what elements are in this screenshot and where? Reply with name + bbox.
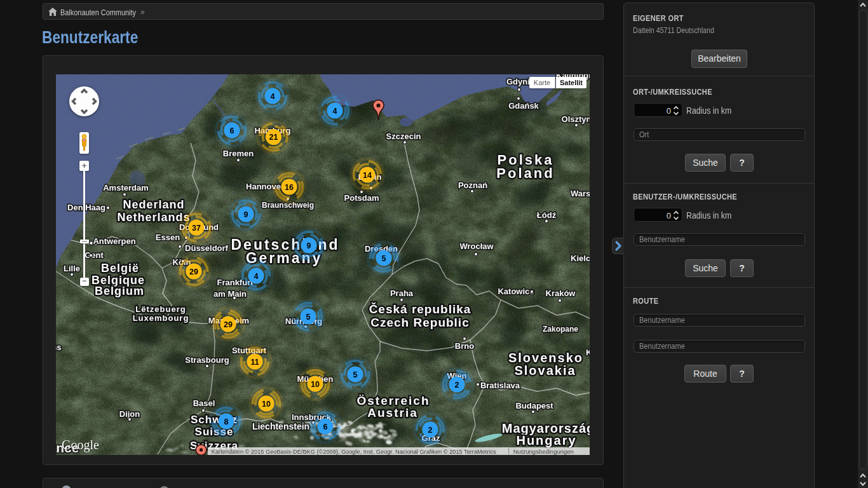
svg-text:Liechtenstein: Liechtenstein — [252, 421, 309, 431]
svg-text:Strasbourg: Strasbourg — [185, 355, 229, 365]
svg-text:21: 21 — [269, 133, 278, 142]
svg-text:11: 11 — [250, 358, 259, 367]
svg-text:Wrocław: Wrocław — [459, 241, 494, 251]
svg-text:29: 29 — [189, 268, 198, 276]
svg-text:4: 4 — [333, 107, 337, 116]
svg-text:Slovensko: Slovensko — [508, 351, 583, 365]
svg-text:Poznań: Poznań — [458, 180, 487, 190]
svg-text:Kielce: Kielce — [571, 254, 590, 263]
svg-text:Düsseldorf: Düsseldorf — [185, 243, 229, 253]
svg-text:Den Haag: Den Haag — [67, 203, 105, 212]
svg-text:8: 8 — [224, 417, 229, 426]
svg-text:Olsztyn: Olsztyn — [562, 114, 590, 124]
svg-text:5: 5 — [353, 370, 358, 379]
svg-text:Gdańsk: Gdańsk — [508, 101, 539, 111]
svg-text:Košice: Košice — [586, 348, 590, 357]
svg-text:Česká republika: Česká republika — [369, 302, 471, 316]
svg-text:16: 16 — [285, 183, 294, 192]
svg-text:37: 37 — [192, 224, 201, 233]
svg-text:6: 6 — [323, 423, 328, 431]
svg-text:29: 29 — [224, 320, 233, 329]
svg-text:Brno: Brno — [455, 341, 474, 351]
svg-text:Kraków: Kraków — [546, 288, 576, 298]
svg-text:Amsterdam: Amsterdam — [103, 183, 149, 193]
svg-text:Bratislava: Bratislava — [480, 381, 520, 390]
svg-text:Slovakia: Slovakia — [514, 363, 576, 377]
svg-text:4: 4 — [254, 272, 259, 281]
svg-text:5: 5 — [306, 313, 311, 322]
svg-text:9: 9 — [244, 210, 248, 219]
svg-text:10: 10 — [311, 380, 320, 389]
svg-text:6: 6 — [230, 126, 234, 135]
svg-text:5: 5 — [382, 254, 386, 263]
svg-text:Belgium: Belgium — [95, 285, 144, 297]
svg-text:Luxembourg: Luxembourg — [133, 313, 189, 323]
svg-text:België: België — [101, 262, 139, 274]
svg-text:Nederland: Nederland — [123, 198, 184, 211]
svg-text:Hungary: Hungary — [516, 433, 576, 447]
svg-text:Austria: Austria — [367, 406, 417, 419]
svg-text:Praha: Praha — [390, 288, 414, 298]
svg-text:Antwerpen: Antwerpen — [93, 236, 135, 246]
svg-text:Budapest: Budapest — [515, 401, 553, 410]
svg-text:10: 10 — [262, 400, 271, 409]
svg-text:4: 4 — [271, 92, 275, 101]
svg-text:Lille: Lille — [64, 264, 80, 273]
svg-text:2: 2 — [428, 426, 433, 435]
svg-text:am Main: am Main — [214, 289, 247, 299]
svg-text:Bremen: Bremen — [223, 149, 254, 158]
svg-text:Gent: Gent — [85, 250, 104, 260]
svg-text:Zakopane: Zakopane — [543, 325, 578, 334]
svg-text:Reims: Reims — [56, 342, 62, 352]
svg-text:Lëtzebuerg: Lëtzebuerg — [135, 304, 186, 314]
svg-text:Potsdam: Potsdam — [344, 193, 379, 203]
svg-text:Österreich: Österreich — [356, 394, 430, 407]
svg-text:Poland: Poland — [496, 165, 554, 181]
svg-text:Czech Republic: Czech Republic — [370, 316, 469, 329]
svg-text:2: 2 — [455, 381, 459, 390]
svg-text:Essen: Essen — [156, 233, 180, 242]
svg-text:14: 14 — [363, 171, 372, 180]
svg-text:9: 9 — [307, 241, 311, 250]
svg-text:Katowice: Katowice — [498, 287, 534, 296]
svg-text:Warszawa: Warszawa — [571, 189, 590, 198]
svg-text:Szczecin: Szczecin — [386, 132, 421, 141]
svg-text:Netherlands: Netherlands — [117, 211, 190, 224]
svg-text:Basel: Basel — [193, 398, 215, 408]
svg-text:Łódź: Łódź — [537, 210, 557, 220]
